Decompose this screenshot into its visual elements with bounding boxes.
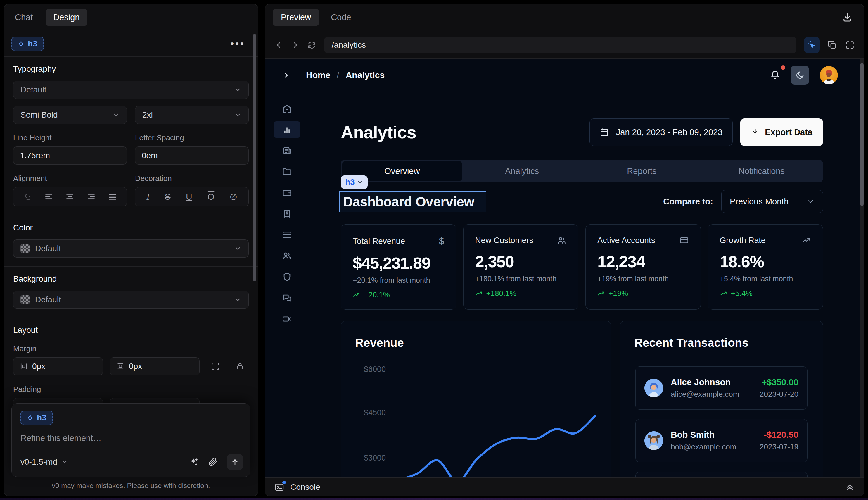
- preview-tabbar: Preview Code: [265, 4, 864, 31]
- font-size-select[interactable]: 2xl: [135, 106, 249, 124]
- shield-icon[interactable]: [282, 272, 292, 282]
- transaction-row[interactable]: Bob Smith bob@example.com -$120.50 2023-…: [635, 419, 808, 462]
- messages-icon[interactable]: [282, 293, 292, 303]
- breadcrumb-home[interactable]: Home: [306, 70, 330, 80]
- padding-label: Padding: [13, 385, 249, 394]
- browser-toolbar: /analytics: [265, 31, 864, 59]
- align-justify-icon[interactable]: [108, 192, 117, 201]
- download-icon[interactable]: [842, 12, 857, 23]
- selected-element-outline[interactable]: Dashboard Overview: [339, 191, 486, 212]
- dashboard-body: Analytics Jan 20, 2023 - Feb 09, 2023 Ex…: [265, 91, 859, 477]
- transaction-amount: +$350.00: [760, 377, 798, 387]
- users-icon[interactable]: [282, 251, 292, 261]
- composer-input[interactable]: Refine this element…: [21, 433, 241, 443]
- console-label: Console: [290, 482, 320, 492]
- lock-margins-icon[interactable]: [231, 362, 249, 371]
- tab-notifications[interactable]: Notifications: [702, 161, 822, 181]
- typography-section: Typography Default Semi Bold 2xl Line He…: [4, 57, 258, 216]
- invoice-icon[interactable]: [282, 146, 292, 156]
- refresh-icon[interactable]: [307, 41, 316, 50]
- receipt-dollar-icon[interactable]: [282, 209, 292, 219]
- moon-icon: [795, 70, 805, 80]
- paperclip-icon[interactable]: [208, 457, 218, 467]
- transaction-row-partial[interactable]: [635, 471, 808, 477]
- undo-icon[interactable]: [23, 192, 32, 201]
- folder-icon[interactable]: [282, 167, 292, 177]
- tab-reports[interactable]: Reports: [582, 161, 702, 181]
- line-height-input[interactable]: 1.75rem: [13, 147, 127, 164]
- chevrons-up-icon[interactable]: [845, 482, 855, 492]
- transactions-card: Recent Transactions Alice Johnson alice@…: [620, 321, 823, 477]
- copy-icon[interactable]: [828, 40, 837, 50]
- preview-panel: Preview Code /analytics Home /: [265, 3, 865, 497]
- font-weight-select[interactable]: Semi Bold: [13, 106, 127, 124]
- credit-card-icon[interactable]: [282, 230, 292, 240]
- align-left-icon[interactable]: [44, 192, 53, 201]
- more-options-icon[interactable]: •••: [230, 42, 245, 46]
- tab-chat[interactable]: Chat: [15, 13, 33, 22]
- console-bar[interactable]: Console: [265, 477, 864, 496]
- model-select[interactable]: v0-1.5-md: [21, 457, 68, 467]
- composer-element-chip[interactable]: h3: [21, 410, 53, 425]
- color-select[interactable]: Default: [13, 239, 249, 258]
- export-data-button[interactable]: Export Data: [740, 118, 823, 146]
- submit-button[interactable]: [227, 454, 243, 470]
- transaction-row[interactable]: Alice Johnson alice@example.com +$350.00…: [635, 366, 808, 410]
- credit-card-icon: [680, 236, 689, 245]
- tab-analytics[interactable]: Analytics: [462, 161, 582, 181]
- download-icon: [751, 128, 760, 137]
- tab-code[interactable]: Code: [331, 13, 351, 22]
- chevron-down-icon: [807, 198, 814, 205]
- fullscreen-icon[interactable]: [845, 40, 855, 50]
- select-element-tool-icon[interactable]: [804, 37, 820, 53]
- tab-design[interactable]: Design: [46, 9, 87, 26]
- tab-preview[interactable]: Preview: [273, 9, 319, 26]
- analytics-nav-selected[interactable]: [274, 121, 300, 138]
- trend-up-icon: [720, 290, 727, 297]
- transaction-date: 2023-07-20: [760, 390, 798, 399]
- alignment-toolbar: [13, 187, 127, 206]
- video-icon[interactable]: [282, 314, 292, 324]
- date-range-button[interactable]: Jan 20, 2023 - Feb 09, 2023: [590, 118, 733, 146]
- font-family-select[interactable]: Default: [13, 81, 249, 99]
- url-input[interactable]: /analytics: [324, 37, 796, 53]
- user-avatar[interactable]: [820, 66, 838, 84]
- notifications-bell-icon[interactable]: [770, 70, 780, 80]
- theme-toggle-button[interactable]: [790, 66, 809, 84]
- chevron-down-icon: [113, 111, 119, 118]
- strikethrough-icon[interactable]: S: [165, 192, 171, 202]
- letter-spacing-input[interactable]: 0em: [135, 147, 249, 164]
- back-icon[interactable]: [275, 41, 283, 49]
- element-tag-pill[interactable]: h3: [341, 175, 368, 189]
- color-title: Color: [13, 223, 249, 232]
- wallet-icon[interactable]: [282, 188, 292, 198]
- home-icon[interactable]: [282, 103, 292, 113]
- margin-y-input[interactable]: 0px: [110, 357, 200, 375]
- transaction-amount: -$120.50: [760, 430, 798, 440]
- background-title: Background: [13, 274, 249, 284]
- no-decoration-icon[interactable]: ∅: [230, 192, 237, 202]
- selected-element-chip[interactable]: h3: [11, 36, 44, 51]
- italic-icon[interactable]: I: [147, 192, 149, 202]
- sidebar-scrollbar[interactable]: [253, 34, 256, 281]
- margin-x-input[interactable]: 0px: [13, 357, 103, 375]
- overline-icon[interactable]: O: [208, 192, 214, 202]
- align-center-icon[interactable]: [66, 192, 74, 201]
- avatar: [645, 431, 663, 450]
- compare-select[interactable]: Previous Month: [721, 190, 823, 213]
- sparkles-icon[interactable]: [189, 457, 199, 467]
- section-heading: Dashboard Overview: [343, 194, 474, 209]
- expand-margins-icon[interactable]: [207, 362, 224, 371]
- refine-composer: h3 Refine this element… v0-1.5-md: [11, 403, 251, 477]
- margin-x-icon: [20, 363, 27, 370]
- background-select[interactable]: Default: [13, 291, 249, 309]
- chevron-down-icon: [61, 459, 68, 465]
- transaction-date: 2023-07-19: [760, 442, 798, 452]
- sidebar-toggle-icon[interactable]: [282, 71, 290, 79]
- diamond-icon: [18, 41, 24, 47]
- forward-icon[interactable]: [291, 41, 300, 49]
- background-section: Background Default: [4, 267, 258, 318]
- underline-icon[interactable]: U: [186, 192, 192, 202]
- align-right-icon[interactable]: [87, 192, 95, 201]
- preview-scrollbar-thumb[interactable]: [860, 63, 864, 206]
